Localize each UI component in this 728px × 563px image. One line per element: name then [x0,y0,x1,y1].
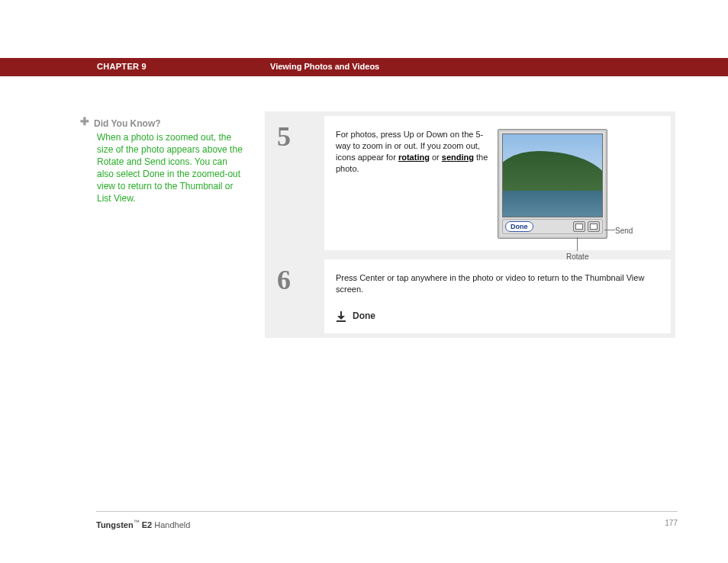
done-arrow-icon [336,311,346,322]
chapter-title: Viewing Photos and Videos [270,62,379,71]
page-number: 177 [665,519,678,527]
device-toolbar: Done [502,219,603,234]
step-number: 6 [265,255,324,296]
tm-symbol: ™ [134,519,140,526]
step-6: 6 Press Center or tap anywhere in the ph… [265,255,675,338]
send-callout: Send [615,225,633,236]
step-body: For photos, press Up or Down on the 5-wa… [324,116,671,250]
device-screenshot: 15K Done Send Rotat [498,129,658,239]
photo-viewport [502,134,603,217]
footer-word: Handheld [154,520,190,529]
t-mid: or [430,153,442,162]
footer-model: E2 [140,520,155,529]
chapter-label: CHAPTER 9 [97,62,147,71]
step-number-column: 6 [265,255,324,338]
device-icon-group [573,221,600,232]
footer-product: Tungsten™ E2 Handheld [96,519,190,529]
did-you-know-tip: ✚Did You Know? When a photo is zoomed ou… [80,116,244,204]
rotate-icon[interactable] [573,221,585,232]
callout-line [604,230,615,230]
done-indicator: Done [336,310,658,322]
steps-region: 5 For photos, press Up or Down on the 5-… [265,111,675,338]
manual-page: CHAPTER 9 Viewing Photos and Videos ✚Did… [0,0,728,563]
footer-brand: Tungsten [96,520,134,529]
tip-body: When a photo is zoomed out, the size of … [97,131,244,204]
plus-icon: ✚ [80,116,89,127]
step-body: Press Center or tap anywhere in the phot… [324,259,671,333]
footer-rule [96,511,678,512]
tip-heading: Did You Know? [94,118,161,129]
step-text: For photos, press Up or Down on the 5-wa… [336,129,488,239]
done-label: Done [353,310,375,322]
device-done-button[interactable]: Done [505,221,533,232]
callout-line [577,237,578,251]
photo-water [503,191,602,217]
handheld-frame: 15K Done [498,129,607,239]
sending-link[interactable]: sending [442,153,474,162]
rotating-link[interactable]: rotating [398,153,430,162]
step-text: Press Center or tap anywhere in the phot… [336,272,658,295]
step-number: 5 [265,111,324,153]
send-icon[interactable] [588,221,600,232]
step-5: 5 For photos, press Up or Down on the 5-… [265,111,675,255]
step-number-column: 5 [265,111,324,255]
